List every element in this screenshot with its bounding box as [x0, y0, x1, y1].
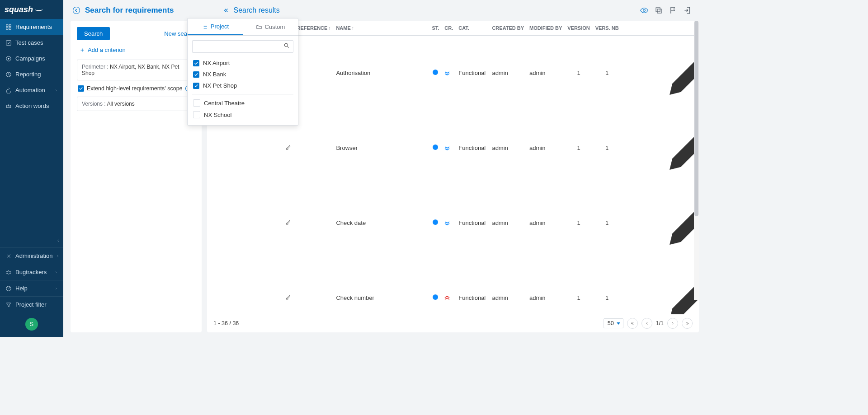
sidebar-item-help[interactable]: Help — [0, 280, 63, 296]
export-icon[interactable] — [684, 6, 692, 14]
col-name[interactable]: NAME — [336, 25, 350, 31]
folder-outline-icon — [256, 24, 262, 30]
table-row[interactable]: Check numberFunctionaladminadmin11 — [207, 261, 699, 315]
projectfilter-icon — [5, 302, 12, 308]
criticality-icon — [442, 186, 456, 261]
requirements-icon — [5, 24, 12, 30]
sidebar-item-administration[interactable]: Administration — [0, 247, 63, 264]
edit-icon[interactable] — [283, 186, 294, 261]
search-button[interactable]: Search — [77, 27, 110, 40]
help-icon — [5, 285, 12, 292]
requirement-name[interactable]: Authorisation — [333, 36, 429, 111]
criticality-icon — [442, 111, 456, 186]
chevron-right-icon — [56, 252, 60, 259]
project-option[interactable]: NX Bank — [192, 69, 293, 80]
checkbox[interactable] — [193, 71, 199, 78]
back-icon — [72, 6, 80, 14]
requirement-name[interactable]: Check date — [333, 186, 429, 261]
page-size-select[interactable]: 50 — [604, 318, 623, 328]
criticality-icon — [442, 36, 456, 111]
header-title-results: Search results — [234, 6, 280, 14]
col-created-by[interactable]: CREATED BY — [489, 21, 527, 36]
checkbox[interactable] — [193, 111, 200, 118]
checkbox[interactable] — [193, 60, 199, 66]
status-dot — [429, 36, 442, 111]
perimeter-criterion[interactable]: Perimeter : NX Airport, NX Bank, NX Pet … — [77, 60, 195, 80]
chevron-left-double-icon — [223, 7, 229, 14]
search-icon — [283, 42, 290, 49]
criticality-icon — [442, 261, 456, 315]
col-versnb[interactable]: VERS. NB — [593, 21, 622, 36]
col-version[interactable]: VERSION — [565, 21, 593, 36]
project-option[interactable]: NX Pet Shop — [192, 80, 293, 91]
requirement-name[interactable]: Browser — [333, 111, 429, 186]
versions-criterion[interactable]: Versions : All versions — [77, 97, 195, 111]
user-avatar[interactable]: S — [25, 318, 38, 331]
logo-text: squash — [5, 5, 33, 14]
status-dot — [429, 261, 442, 315]
sidebar-item-actionwords[interactable]: Action words — [0, 98, 63, 114]
sidebar-collapse[interactable] — [0, 234, 63, 247]
sidebar-item-reporting[interactable]: Reporting — [0, 66, 63, 82]
edit-row-icon[interactable] — [622, 111, 699, 186]
campaigns-icon — [5, 56, 12, 62]
project-option[interactable]: Central Theatre — [192, 97, 293, 109]
status-dot — [429, 111, 442, 186]
col-reference[interactable]: REFERENCE — [297, 25, 328, 31]
col-criticality[interactable]: CR. — [442, 21, 456, 36]
extend-scope-label: Extend high-level requirements' scope — [87, 85, 183, 92]
reporting-icon — [5, 71, 12, 78]
col-status[interactable]: ST. — [429, 21, 442, 36]
sidebar-item-requirements[interactable]: Requirements — [0, 19, 63, 35]
view-icon[interactable] — [640, 6, 648, 14]
checkbox[interactable] — [193, 99, 200, 107]
administration-icon — [5, 253, 12, 259]
automation-icon — [5, 87, 12, 93]
sidebar: squash RequirementsTest casesCampaignsRe… — [0, 0, 63, 337]
copy-icon[interactable] — [655, 6, 663, 14]
page-indicator: 1/1 — [656, 320, 664, 326]
page-last[interactable] — [682, 318, 693, 329]
col-modified-by[interactable]: MODIFIED BY — [527, 21, 565, 36]
sidebar-item-projectfilter[interactable]: Project filter — [0, 296, 63, 312]
extend-scope-checkbox[interactable] — [78, 85, 84, 92]
sidebar-item-testcases[interactable]: Test cases — [0, 35, 63, 51]
testcases-icon — [5, 40, 12, 46]
header-title-search: Search for requirements — [85, 6, 174, 15]
requirement-name[interactable]: Check number — [333, 261, 429, 315]
project-option[interactable]: NX Airport — [192, 57, 293, 69]
logo: squash — [0, 0, 63, 19]
header: Search for requirements Search results — [63, 0, 701, 21]
tab-project[interactable]: Project — [188, 19, 243, 35]
search-panel: Search New search Add a criterion Perime… — [71, 21, 202, 332]
tab-custom[interactable]: Custom — [243, 19, 298, 35]
sidebar-item-bugtrackers[interactable]: Bugtrackers — [0, 264, 63, 280]
table-row[interactable]: Check dateFunctionaladminadmin11 — [207, 186, 699, 261]
edit-icon[interactable] — [283, 261, 294, 315]
plus-icon — [80, 47, 85, 53]
checkbox[interactable] — [193, 83, 199, 89]
perimeter-popover: Project Custom NX AirportNX BankNX Pet S… — [187, 18, 298, 126]
col-category[interactable]: CAT. — [456, 21, 489, 36]
project-option[interactable]: NX School — [192, 109, 293, 121]
edit-row-icon[interactable] — [622, 186, 699, 261]
chevron-right-icon — [54, 269, 58, 275]
sidebar-item-campaigns[interactable]: Campaigns — [0, 51, 63, 66]
page-prev[interactable] — [642, 318, 652, 329]
edit-row-icon[interactable] — [622, 36, 699, 111]
sidebar-item-automation[interactable]: Automation — [0, 82, 63, 98]
status-dot — [429, 186, 442, 261]
add-criterion-link[interactable]: Add a criterion — [80, 47, 195, 53]
scrollbar[interactable] — [694, 21, 699, 300]
page-next[interactable] — [667, 318, 678, 329]
popover-search-input[interactable] — [192, 40, 293, 53]
bugtrackers-icon — [5, 269, 12, 275]
results-count: 1 - 36 / 36 — [213, 320, 239, 326]
edit-row-icon[interactable] — [622, 261, 699, 315]
page-first[interactable] — [627, 318, 638, 329]
flag-icon[interactable] — [669, 6, 677, 14]
chevron-right-icon — [54, 87, 58, 93]
back-to-search[interactable]: Search for requirements — [72, 6, 174, 15]
chevron-right-icon — [54, 285, 58, 292]
search-results-title: Search results — [223, 6, 280, 14]
